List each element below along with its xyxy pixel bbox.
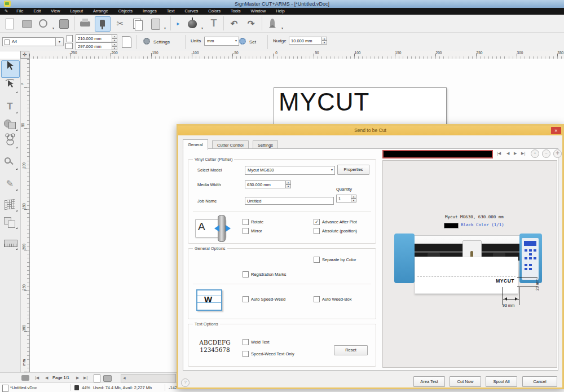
page-height-spinner[interactable]: ▲ ▼ <box>112 42 117 50</box>
auto-speed-weed-checkbox[interactable]: ✓ Auto Speed-Weed <box>243 296 285 302</box>
checkbox-box[interactable]: ✓ <box>243 228 249 234</box>
absolute-position-checkbox[interactable]: ✓ Absolute (position) <box>314 228 357 234</box>
menu-colors[interactable]: Colors <box>203 8 226 15</box>
menu-view[interactable]: View <box>46 8 65 15</box>
draw-tool[interactable]: ✎ <box>1 175 19 192</box>
horizontal-scrollbar[interactable]: ◀ <box>121 374 176 382</box>
select-model-combo[interactable]: Mycut MG630 ▾ <box>245 166 335 175</box>
paste-button[interactable]: ▾ <box>148 16 167 30</box>
landscape-orientation-icon[interactable] <box>65 43 73 49</box>
clipart-tool[interactable] <box>1 133 19 149</box>
zoom-fit-button[interactable]: ✛ <box>553 149 562 158</box>
nudge-field[interactable]: 10.000 mm <box>289 37 325 45</box>
checkbox-box[interactable]: ✓ <box>243 271 249 278</box>
menu-arrange[interactable]: Arrange <box>88 8 113 15</box>
menu-help[interactable]: Help <box>271 8 289 15</box>
page-width-field[interactable]: 210.000 mm <box>76 34 115 42</box>
redo-button[interactable]: ↷ <box>244 16 258 30</box>
previous-page-button[interactable]: ◀ <box>45 376 48 380</box>
media-width-spinner[interactable]: ▲ ▼ <box>285 180 291 188</box>
zoom-out-button[interactable]: − <box>542 149 550 158</box>
advance-after-plot-checkbox[interactable]: ✓ Advance After Plot <box>314 219 357 225</box>
checkbox-box[interactable]: ✓ <box>243 351 249 357</box>
registration-marks-checkbox[interactable]: ✓ Registration Marks <box>243 271 287 278</box>
spin-down-icon[interactable]: ▼ <box>112 46 117 50</box>
node-edit-tool[interactable] <box>1 78 19 94</box>
spin-up-icon[interactable]: ▲ <box>112 34 117 38</box>
color-swatch-bar[interactable] <box>382 150 493 158</box>
media-width-field[interactable]: 630.000 mm <box>245 180 289 188</box>
export-button[interactable]: ▾ <box>36 16 55 30</box>
page-size-combo[interactable]: A4 <box>2 37 60 46</box>
distort-tool[interactable] <box>1 196 19 213</box>
undo-button[interactable]: ↶ <box>227 16 241 30</box>
checkbox-box[interactable]: ✓ <box>314 257 320 263</box>
checkbox-box[interactable]: ✓ <box>243 219 249 225</box>
send-to-cutter-button[interactable] <box>95 16 111 32</box>
spin-up-icon[interactable]: ▲ <box>112 42 117 46</box>
spin-up-icon[interactable]: ▲ <box>285 180 291 184</box>
zoom-tool[interactable] <box>1 155 19 171</box>
vectorize-button[interactable]: ▾ <box>184 16 204 30</box>
text-tool[interactable]: T <box>1 98 19 114</box>
shapes-tool[interactable] <box>1 116 19 132</box>
ruler-origin-button[interactable]: ✛ <box>20 51 29 59</box>
rotate-checkbox[interactable]: ✓ Rotate <box>243 219 263 225</box>
zoom-in-button[interactable]: + <box>531 149 539 158</box>
set-button[interactable]: Set <box>239 36 264 47</box>
checkbox-box[interactable]: ✓ <box>243 296 249 302</box>
quantity-spinner[interactable]: ▲ ▼ <box>351 195 356 202</box>
menu-images[interactable]: Images <box>138 8 162 15</box>
page-size-dropdown-button[interactable]: ▾ <box>55 37 64 46</box>
nudge-spinner[interactable]: ▲ ▼ <box>321 37 327 44</box>
checkbox-box[interactable]: ✓ <box>243 339 249 345</box>
spool-all-button[interactable]: Spool All <box>486 376 517 387</box>
new-document-button[interactable] <box>2 16 17 30</box>
preview-next-button[interactable]: ▶ <box>514 151 517 156</box>
menu-window[interactable]: Window <box>245 8 271 15</box>
page-preview-icon[interactable] <box>122 36 131 48</box>
help-button[interactable]: ? <box>181 378 190 387</box>
properties-button[interactable]: Properties <box>337 165 369 175</box>
print-button[interactable] <box>78 16 92 30</box>
menu-layout[interactable]: Layout <box>65 8 88 15</box>
area-test-button[interactable]: Area Test <box>413 376 445 387</box>
open-button[interactable] <box>19 16 34 30</box>
weld-text-checkbox[interactable]: ✓ Weld Text <box>243 339 270 345</box>
portrait-orientation-icon[interactable] <box>67 35 73 42</box>
text-tool-button[interactable]: T <box>206 16 221 30</box>
cut-button[interactable]: ✂ <box>113 16 127 30</box>
camera-icon[interactable] <box>103 375 112 382</box>
job-name-field[interactable]: Untitled <box>245 197 334 205</box>
menu-objects[interactable]: Objects <box>113 8 138 15</box>
reset-button[interactable]: Reset <box>334 345 368 355</box>
menu-curves[interactable]: Curves <box>179 8 203 15</box>
select-tool[interactable] <box>1 60 20 78</box>
spool-monitor-icon[interactable] <box>21 375 29 381</box>
preview-last-button[interactable]: ▶| <box>521 151 525 156</box>
cut-now-button[interactable]: Cut Now <box>450 376 481 387</box>
next-page-button[interactable]: ▶ <box>76 376 79 380</box>
separate-by-color-checkbox[interactable]: ✓ Separate by Color <box>314 257 356 263</box>
cancel-button[interactable]: Cancel <box>522 376 557 387</box>
dialog-close-button[interactable]: ✕ <box>551 127 561 134</box>
spin-down-icon[interactable]: ▼ <box>112 38 117 42</box>
menu-text[interactable]: Text <box>162 8 180 15</box>
add-page-button[interactable] <box>94 375 100 382</box>
scroll-left-icon[interactable]: ◀ <box>123 376 126 380</box>
spin-down-icon[interactable]: ▼ <box>351 199 356 202</box>
last-page-button[interactable]: ▶| <box>83 376 87 380</box>
checkbox-box[interactable]: ✓ <box>314 296 320 302</box>
preview-prev-button[interactable]: ◀ <box>506 151 509 156</box>
menu-file[interactable]: File <box>11 8 28 15</box>
weld-tool[interactable] <box>1 214 19 230</box>
artwork-text-object[interactable]: MYCUT <box>279 88 369 116</box>
save-button[interactable] <box>56 16 71 30</box>
units-combo[interactable]: mm ▾ <box>204 37 239 46</box>
speed-weed-text-only-checkbox[interactable]: ✓ Speed-Weed Text Only <box>243 351 294 357</box>
menu-tools[interactable]: Tools <box>226 8 246 15</box>
page-height-field[interactable]: 297.000 mm <box>76 42 115 50</box>
copy-button[interactable] <box>130 16 144 30</box>
spin-up-icon[interactable]: ▲ <box>351 195 356 199</box>
checkbox-box[interactable]: ✓ <box>314 228 320 234</box>
